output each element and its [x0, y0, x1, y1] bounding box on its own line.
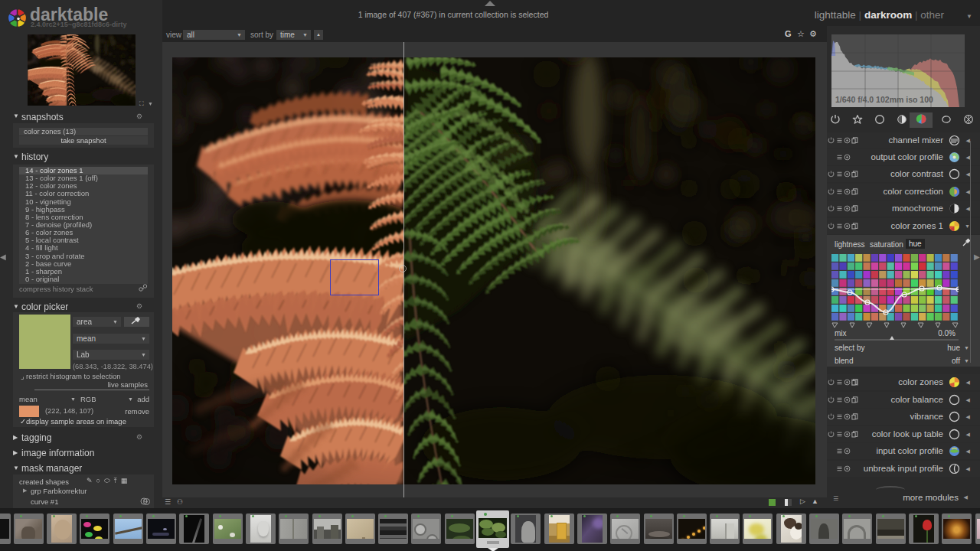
svg-text:1/640 f/4.0 102mm iso 100: 1/640 f/4.0 102mm iso 100 [835, 95, 933, 104]
